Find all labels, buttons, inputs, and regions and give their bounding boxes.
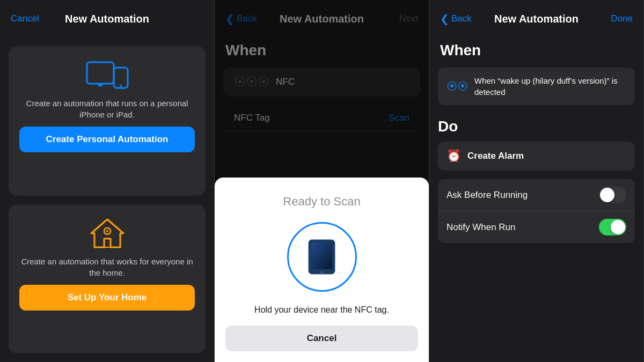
personal-automation-card: Create an automation that runs on a pers… <box>9 46 206 196</box>
create-personal-automation-button[interactable]: Create Personal Automation <box>19 127 195 152</box>
panel3-when-section: When ⦿⦿ When “wake up (hilary duff’s ver… <box>429 38 643 109</box>
do-header: Do <box>438 109 635 142</box>
panel3-when-header: When <box>429 38 643 68</box>
panel-choose-automation: Cancel New Automation Create an automati… <box>0 0 215 362</box>
do-item: ⏰ Create Alarm <box>438 142 635 171</box>
svg-point-7 <box>106 230 108 232</box>
notify-when-run-label: Notify When Run <box>447 222 516 233</box>
when-item-text: When “wake up (hilary duff’s version)” i… <box>474 75 626 98</box>
modal-hint: Hold your device near the NFC tag. <box>254 305 389 315</box>
personal-description: Create an automation that runs on a pers… <box>19 98 195 120</box>
setup-home-button[interactable]: Set Up Your Home <box>19 285 195 311</box>
clock-icon: ⏰ <box>447 149 461 163</box>
scan-graphic <box>284 219 360 294</box>
panel1-title: New Automation <box>43 13 171 25</box>
do-section: Do ⏰ Create Alarm <box>429 109 643 171</box>
panel1-content: Create an automation that runs on a pers… <box>0 38 214 362</box>
home-description: Create an automation that works for ever… <box>19 256 195 278</box>
modal-cancel-button[interactable]: Cancel <box>225 326 418 351</box>
svg-point-4 <box>120 85 122 87</box>
ask-before-running-toggle[interactable] <box>599 187 626 203</box>
panel-automation-detail: ❮ Back New Automation Done When ⦿⦿ When … <box>429 0 644 362</box>
panel-nfc-trigger: ❮ Back New Automation Next When ⦿⦿⦿ NFC … <box>215 0 429 362</box>
cancel-button[interactable]: Cancel <box>11 13 43 24</box>
scan-modal-overlay: Ready to Scan <box>215 0 429 362</box>
panel3-navbar: ❮ Back New Automation Done <box>429 0 643 38</box>
svg-rect-0 <box>87 62 114 84</box>
panel3-back-button[interactable]: ❮ Back <box>440 13 472 24</box>
scan-circle <box>287 222 357 292</box>
personal-icon <box>86 59 129 91</box>
when-item: ⦿⦿ When “wake up (hilary duff’s version)… <box>438 68 635 105</box>
home-icon <box>86 217 129 249</box>
scan-modal: Ready to Scan <box>215 178 429 362</box>
ask-before-running-row: Ask Before Running <box>438 179 635 211</box>
svg-rect-1 <box>98 83 103 85</box>
notify-when-run-row: Notify When Run <box>438 211 635 243</box>
modal-title: Ready to Scan <box>283 195 360 209</box>
nfc-detected-icon: ⦿⦿ <box>447 80 468 93</box>
home-automation-card: Create an automation that works for ever… <box>9 204 206 354</box>
svg-rect-10 <box>311 242 332 269</box>
panel3-back-label: Back <box>451 13 472 24</box>
notify-when-run-toggle[interactable] <box>599 219 626 235</box>
toggle-thumb-1 <box>600 188 614 202</box>
ask-before-running-label: Ask Before Running <box>447 190 528 201</box>
svg-point-11 <box>320 271 323 274</box>
panel1-navbar: Cancel New Automation <box>0 0 214 38</box>
panel3-back-chevron-icon: ❮ <box>440 13 449 24</box>
toggle-thumb-2 <box>611 220 625 234</box>
toggle-section: Ask Before Running Notify When Run <box>438 179 635 243</box>
do-label: Create Alarm <box>467 151 524 161</box>
panel3-title: New Automation <box>472 13 601 25</box>
when-block: ⦿⦿ When “wake up (hilary duff’s version)… <box>438 68 635 105</box>
svg-rect-2 <box>98 85 103 86</box>
svg-rect-5 <box>104 239 111 247</box>
panel3-done-button[interactable]: Done <box>601 13 633 24</box>
